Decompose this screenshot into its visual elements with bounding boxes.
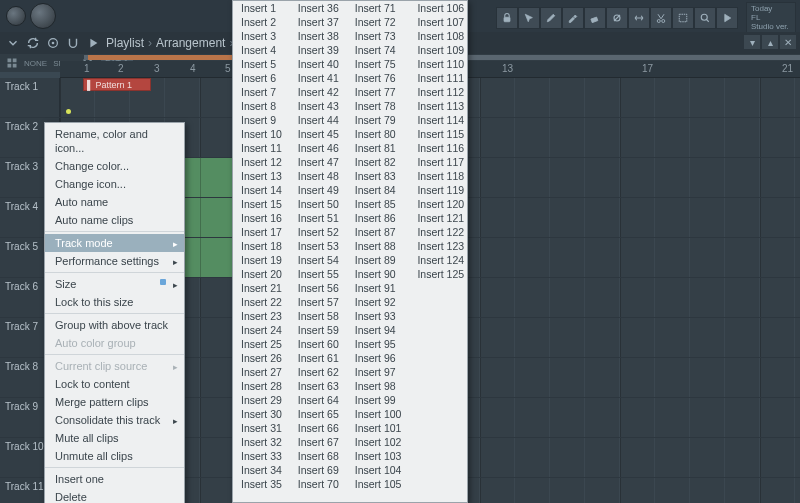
insert-item[interactable]: Insert 12: [233, 155, 290, 169]
insert-item[interactable]: Insert 120: [409, 197, 468, 211]
bc-arrangement[interactable]: Arrangement: [156, 36, 225, 50]
insert-item[interactable]: Insert 44: [290, 113, 347, 127]
menu-group-above[interactable]: Group with above track: [45, 316, 184, 334]
insert-item[interactable]: Insert 20: [233, 267, 290, 281]
insert-item[interactable]: Insert 39: [290, 43, 347, 57]
tool-slip-icon[interactable]: [628, 7, 650, 29]
insert-item[interactable]: Insert 102: [347, 435, 410, 449]
insert-item[interactable]: Insert 11: [233, 141, 290, 155]
tool-zoom-icon[interactable]: [694, 7, 716, 29]
tool-slice-icon[interactable]: [650, 7, 672, 29]
menu-insert-one[interactable]: Insert one: [45, 470, 184, 488]
insert-item[interactable]: Insert 59: [290, 323, 347, 337]
insert-item[interactable]: Insert 74: [347, 43, 410, 57]
insert-item[interactable]: Insert 25: [233, 337, 290, 351]
insert-item[interactable]: Insert 85: [347, 197, 410, 211]
insert-item[interactable]: Insert 68: [290, 449, 347, 463]
insert-item[interactable]: Insert 104: [347, 463, 410, 477]
tool-brush-icon[interactable]: [562, 7, 584, 29]
insert-item[interactable]: Insert 10: [233, 127, 290, 141]
insert-item[interactable]: Insert 125: [409, 267, 468, 281]
menu-track-mode[interactable]: Track mode▸: [45, 234, 184, 252]
insert-item[interactable]: Insert 111: [409, 71, 468, 85]
insert-item[interactable]: Insert 42: [290, 85, 347, 99]
insert-item[interactable]: Insert 96: [347, 351, 410, 365]
insert-item[interactable]: Insert 86: [347, 211, 410, 225]
tool-select-icon[interactable]: [672, 7, 694, 29]
insert-item[interactable]: Insert 60: [290, 337, 347, 351]
insert-item[interactable]: Insert 87: [347, 225, 410, 239]
insert-item[interactable]: Insert 70: [290, 477, 347, 491]
tool-arrow-icon[interactable]: [518, 7, 540, 29]
insert-item[interactable]: Insert 29: [233, 393, 290, 407]
insert-item[interactable]: Insert 43: [290, 99, 347, 113]
insert-item[interactable]: Insert 55: [290, 267, 347, 281]
insert-item[interactable]: Insert 28: [233, 379, 290, 393]
insert-item[interactable]: Insert 66: [290, 421, 347, 435]
menu-performance-settings[interactable]: Performance settings▸: [45, 252, 184, 270]
insert-item[interactable]: Insert 37: [290, 15, 347, 29]
insert-item[interactable]: Insert 97: [347, 365, 410, 379]
insert-item[interactable]: Insert 99: [347, 393, 410, 407]
knob[interactable]: [30, 3, 56, 29]
pattern-clip[interactable]: ▌Pattern 1: [83, 78, 151, 91]
insert-item[interactable]: Insert 79: [347, 113, 410, 127]
insert-item[interactable]: Insert 41: [290, 71, 347, 85]
insert-item[interactable]: Insert 106: [409, 1, 468, 15]
menu-delete[interactable]: Delete: [45, 488, 184, 503]
insert-item[interactable]: Insert 58: [290, 309, 347, 323]
insert-item[interactable]: Insert 78: [347, 99, 410, 113]
insert-item[interactable]: Insert 75: [347, 57, 410, 71]
insert-item[interactable]: Insert 95: [347, 337, 410, 351]
menu-unmute-all[interactable]: Unmute all clips: [45, 447, 184, 465]
insert-item[interactable]: Insert 1: [233, 1, 290, 15]
menu-rename[interactable]: Rename, color and icon...: [45, 125, 184, 157]
magnet-icon[interactable]: [66, 36, 80, 50]
insert-item[interactable]: Insert 13: [233, 169, 290, 183]
insert-item[interactable]: Insert 67: [290, 435, 347, 449]
insert-item[interactable]: Insert 108: [409, 29, 468, 43]
insert-item[interactable]: Insert 63: [290, 379, 347, 393]
insert-item[interactable]: Insert 35: [233, 477, 290, 491]
insert-item[interactable]: Insert 49: [290, 183, 347, 197]
tool-pencil-icon[interactable]: [540, 7, 562, 29]
insert-item[interactable]: Insert 122: [409, 225, 468, 239]
menu-change-icon[interactable]: Change icon...: [45, 175, 184, 193]
insert-item[interactable]: Insert 116: [409, 141, 468, 155]
insert-item[interactable]: Insert 94: [347, 323, 410, 337]
bc-playlist[interactable]: Playlist: [106, 36, 144, 50]
insert-item[interactable]: Insert 61: [290, 351, 347, 365]
insert-item[interactable]: Insert 117: [409, 155, 468, 169]
insert-item[interactable]: Insert 103: [347, 449, 410, 463]
play-icon[interactable]: [86, 36, 100, 50]
insert-item[interactable]: Insert 73: [347, 29, 410, 43]
insert-item[interactable]: Insert 62: [290, 365, 347, 379]
insert-item[interactable]: Insert 107: [409, 15, 468, 29]
insert-item[interactable]: Insert 3: [233, 29, 290, 43]
insert-item[interactable]: Insert 110: [409, 57, 468, 71]
insert-item[interactable]: Insert 7: [233, 85, 290, 99]
insert-item[interactable]: Insert 54: [290, 253, 347, 267]
menu-change-color[interactable]: Change color...: [45, 157, 184, 175]
insert-item[interactable]: Insert 114: [409, 113, 468, 127]
menu-icon[interactable]: [6, 36, 20, 50]
menu-size[interactable]: Size▸: [45, 275, 184, 293]
insert-item[interactable]: Insert 17: [233, 225, 290, 239]
insert-item[interactable]: Insert 84: [347, 183, 410, 197]
tool-play-icon[interactable]: [716, 7, 738, 29]
insert-item[interactable]: Insert 64: [290, 393, 347, 407]
insert-item[interactable]: Insert 113: [409, 99, 468, 113]
insert-item[interactable]: Insert 118: [409, 169, 468, 183]
insert-item[interactable]: Insert 80: [347, 127, 410, 141]
insert-item[interactable]: Insert 88: [347, 239, 410, 253]
insert-item[interactable]: Insert 38: [290, 29, 347, 43]
insert-item[interactable]: Insert 36: [290, 1, 347, 15]
insert-item[interactable]: Insert 14: [233, 183, 290, 197]
insert-item[interactable]: Insert 105: [347, 477, 410, 491]
insert-item[interactable]: Insert 22: [233, 295, 290, 309]
insert-item[interactable]: Insert 19: [233, 253, 290, 267]
insert-item[interactable]: Insert 47: [290, 155, 347, 169]
insert-item[interactable]: Insert 71: [347, 1, 410, 15]
insert-item[interactable]: Insert 4: [233, 43, 290, 57]
insert-item[interactable]: Insert 109: [409, 43, 468, 57]
